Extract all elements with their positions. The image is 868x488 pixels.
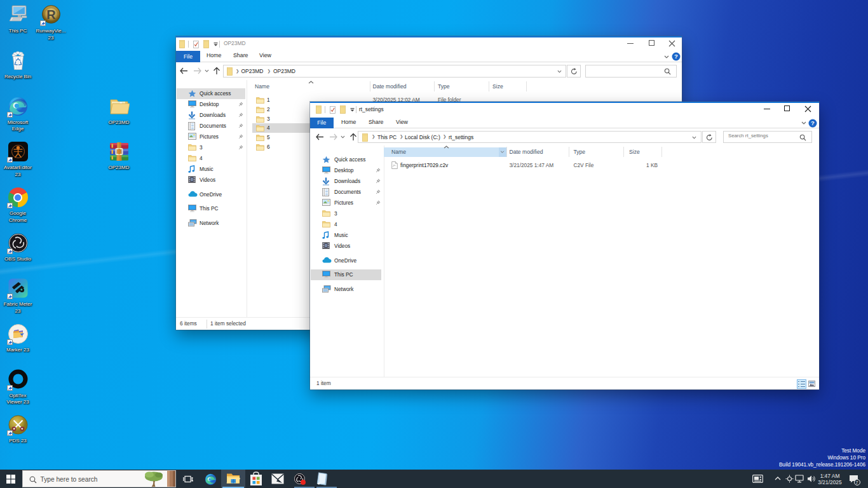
svg-text:?: ? bbox=[674, 53, 678, 60]
svg-text:?: ? bbox=[811, 119, 815, 126]
svg-text:R: R bbox=[46, 8, 56, 22]
